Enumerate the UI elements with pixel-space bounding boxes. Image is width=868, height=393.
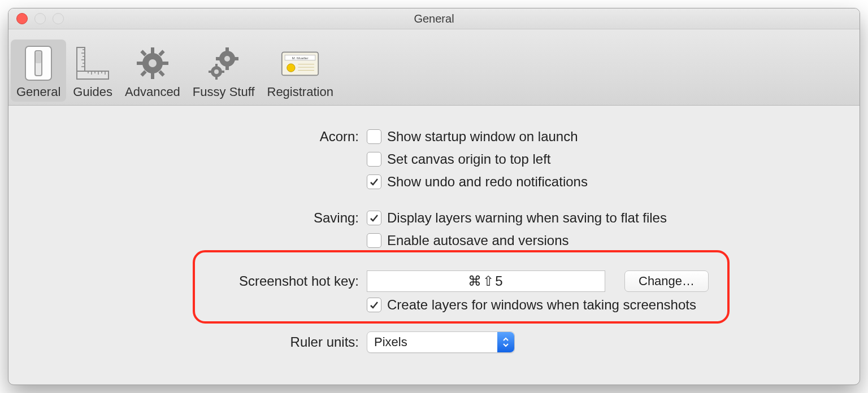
checkbox-label: Enable autosave and versions [387,233,569,248]
change-hotkey-button[interactable]: Change… [624,270,709,292]
general-icon [19,44,58,82]
tab-general[interactable]: General [11,40,66,102]
checkbox-undo-redo-notifications[interactable] [367,174,381,189]
preferences-window: General General [8,8,860,385]
svg-rect-35 [215,76,218,80]
minimize-window-button[interactable] [34,13,46,24]
select-value: Pixels [374,335,407,350]
checkbox-label: Create layers for windows when taking sc… [387,297,696,313]
checkbox-label: Display layers warning when saving to fl… [387,210,667,226]
svg-point-26 [149,59,157,67]
tab-label: Fussy Stuff [193,85,255,99]
id-card-icon: M. Mueller [281,44,319,82]
svg-rect-24 [140,70,146,76]
checkbox-canvas-origin-top-left[interactable] [367,152,381,167]
svg-rect-18 [151,47,154,54]
tab-advanced[interactable]: Advanced [119,40,186,102]
zoom-window-button[interactable] [53,13,64,24]
checkbox-layers-warning[interactable] [367,211,381,225]
checkbox-show-startup-window[interactable] [367,129,381,144]
window-controls [16,13,64,24]
close-window-button[interactable] [16,13,28,24]
acorn-section-label: Acorn: [31,129,367,145]
tab-fussy-stuff[interactable]: Fussy Stuff [187,40,261,102]
tab-label: General [16,85,60,99]
checkbox-label: Set canvas origin to top left [387,151,551,167]
ruler-units-label: Ruler units: [31,334,367,350]
tab-label: Registration [267,85,333,99]
svg-point-42 [287,64,295,72]
screenshot-hotkey-label: Screenshot hot key: [31,273,367,289]
svg-rect-2 [36,52,41,63]
svg-rect-21 [162,62,168,65]
checkbox-label: Show startup window on launch [387,129,578,145]
svg-rect-25 [158,70,164,76]
screenshot-hotkey-field[interactable]: ⌘⇧5 [367,270,605,292]
saving-section-label: Saving: [31,210,367,226]
svg-rect-37 [220,71,224,73]
tab-registration[interactable]: M. Mueller Registration [262,40,339,102]
svg-rect-34 [215,64,218,68]
svg-rect-19 [151,72,154,79]
svg-rect-28 [225,47,229,53]
chevron-up-down-icon [497,332,514,352]
tab-label: Advanced [125,85,180,99]
gear-icon [133,44,172,82]
checkbox-autosave[interactable] [367,233,381,248]
window-title: General [414,12,454,25]
checkbox-label: Show undo and redo notifications [387,174,588,190]
svg-rect-30 [216,57,222,60]
tab-guides[interactable]: Guides [67,40,118,102]
svg-text:M. Mueller: M. Mueller [292,56,309,60]
ruler-units-select[interactable]: Pixels [367,331,515,353]
ruler-icon [73,44,112,82]
svg-rect-31 [233,57,238,60]
svg-rect-29 [225,64,229,70]
svg-point-38 [214,69,219,74]
svg-point-32 [224,56,230,62]
general-pane: Acorn: Show startup window on launch Set… [8,106,860,385]
titlebar: General [8,8,860,29]
svg-rect-4 [77,71,108,79]
tab-label: Guides [73,85,112,99]
svg-rect-36 [209,71,212,73]
gears-icon [205,44,243,82]
svg-rect-23 [158,50,164,56]
svg-rect-20 [137,62,144,65]
preferences-toolbar: General Guides [8,29,860,106]
checkbox-create-layers-for-windows[interactable] [367,298,381,312]
svg-rect-22 [140,50,146,56]
